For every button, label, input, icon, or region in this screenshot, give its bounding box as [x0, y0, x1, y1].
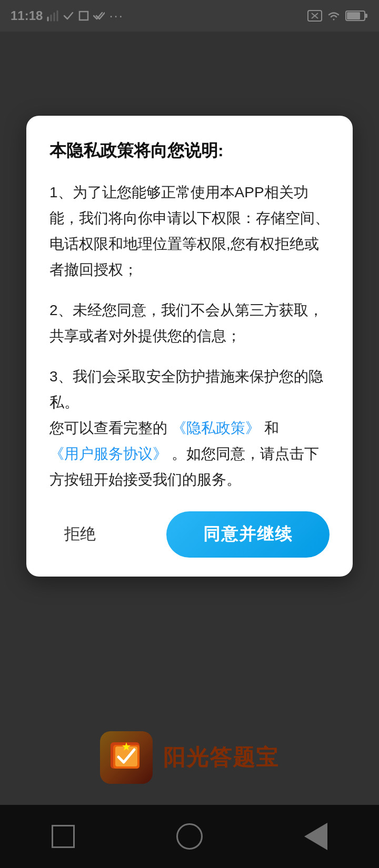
dialog-section-2: 2、未经您同意，我们不会从第三方获取，共享或者对外提供您的信息；	[49, 297, 330, 349]
dialog-section-3: 3、我们会采取安全防护措施来保护您的隐私。	[49, 364, 330, 415]
dialog-buttons: 拒绝 同意并继续	[49, 511, 330, 558]
privacy-dialog: 本隐私政策将向您说明: 1、为了让您能够正常使用本APP相关功能，我们将向你申请…	[26, 116, 353, 577]
dialog-body: 1、为了让您能够正常使用本APP相关功能，我们将向你申请以下权限：存储空间、电话…	[49, 179, 330, 415]
dialog-text-1: 1、为了让您能够正常使用本APP相关功能，我们将向你申请以下权限：存储空间、电话…	[49, 184, 330, 278]
dialog-title: 本隐私政策将向您说明:	[49, 139, 330, 163]
dialog-text-2: 2、未经您同意，我们不会从第三方获取，共享或者对外提供您的信息；	[49, 302, 323, 344]
app-icon-text	[108, 737, 145, 779]
link-and-text: 和	[264, 420, 279, 436]
dialog-text-3: 3、我们会采取安全防护措施来保护您的隐私。	[49, 368, 323, 410]
reject-button[interactable]: 拒绝	[49, 515, 111, 553]
service-agreement-link[interactable]: 《用户服务协议》	[49, 446, 167, 462]
dialog-overlay: 本隐私政策将向您说明: 1、为了让您能够正常使用本APP相关功能，我们将向你申请…	[0, 0, 379, 868]
agree-button[interactable]: 同意并继续	[166, 511, 330, 558]
dialog-section-1: 1、为了让您能够正常使用本APP相关功能，我们将向你申请以下权限：存储空间、电话…	[49, 179, 330, 282]
link-pre-text: 您可以查看完整的	[49, 420, 167, 436]
privacy-policy-link[interactable]: 《隐私政策》	[172, 420, 260, 436]
dialog-link-section: 您可以查看完整的 《隐私政策》 和 《用户服务协议》 。如您同意，请点击下方按钮…	[49, 415, 330, 492]
